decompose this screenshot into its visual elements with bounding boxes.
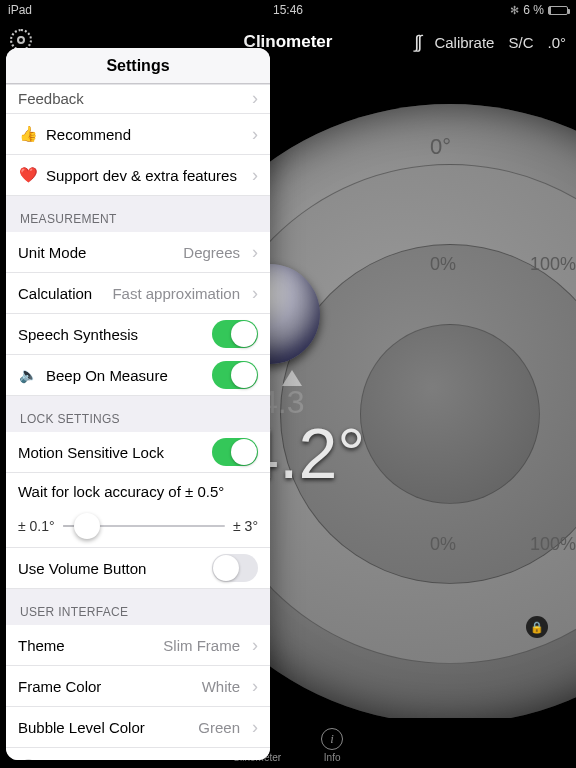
heart-icon: ❤️ [18,166,38,184]
row-frame-color[interactable]: Frame Color White › [6,666,270,707]
thumbs-up-icon: 👍 [18,125,38,143]
bluetooth-icon: ✻ [510,4,519,17]
status-bar: iPad 15:46 ✻ 6 % [0,0,576,20]
accuracy-slider[interactable] [63,525,225,527]
nav-right: ∫∫ Calibrate S/C .0° [415,32,566,53]
row-label: Speech Synthesis [18,326,204,343]
clock: 15:46 [273,3,303,17]
chevron-right-icon: › [252,243,258,261]
row-localization[interactable]: 💬 Localization › [6,748,270,760]
row-value: Green [198,719,240,736]
row-bubble-color[interactable]: Bubble Level Color Green › [6,707,270,748]
row-value: Slim Frame [163,637,240,654]
sc-button[interactable]: S/C [508,34,533,51]
row-calculation[interactable]: Calculation Fast approximation › [6,273,270,314]
pct-0a: 0% [430,534,456,555]
section-ui: USER INTERFACE [6,589,270,625]
row-label: Wait for lock accuracy of ± 0.5° [18,483,224,500]
row-support-dev[interactable]: ❤️ Support dev & extra features › [6,155,270,196]
row-label: Localization [46,760,244,761]
switch-speech[interactable] [212,320,258,348]
row-label: Calculation [18,285,104,302]
chevron-right-icon: › [252,89,258,107]
row-label: Feedback [18,90,244,107]
calibrate-button[interactable]: Calibrate [434,34,494,51]
section-lock: LOCK SETTINGS [6,396,270,432]
row-feedback[interactable]: Feedback › [6,84,270,114]
infinity-icon[interactable]: ∫∫ [415,32,421,53]
switch-beep[interactable] [212,361,258,389]
row-label: Recommend [46,126,244,143]
row-label: Bubble Level Color [18,719,190,736]
chevron-right-icon: › [252,718,258,736]
chevron-right-icon: › [252,166,258,184]
battery-pct: 6 % [523,3,544,17]
row-beep-on-measure[interactable]: 🔈 Beep On Measure [6,355,270,396]
row-speech-synthesis[interactable]: Speech Synthesis [6,314,270,355]
row-motion-lock[interactable]: Motion Sensitive Lock [6,432,270,473]
chevron-right-icon: › [252,677,258,695]
row-unit-mode[interactable]: Unit Mode Degrees › [6,232,270,273]
speech-bubble-icon: 💬 [18,759,38,760]
pct-0b: 0% [430,254,456,275]
tab-label: Info [324,752,341,763]
row-value: Fast approximation [112,285,240,302]
row-label: Use Volume Button [18,560,204,577]
info-tab-icon: i [321,728,343,750]
tab-info[interactable]: i Info [321,728,343,763]
chevron-right-icon: › [252,759,258,760]
chevron-right-icon: › [252,284,258,302]
slider-thumb[interactable] [74,513,100,539]
battery-icon [548,6,568,15]
lock-badge-icon[interactable]: 🔒 [526,616,548,638]
switch-motion-lock[interactable] [212,438,258,466]
row-label: Frame Color [18,678,194,695]
row-volume-button[interactable]: Use Volume Button [6,548,270,589]
speaker-icon: 🔈 [18,366,38,384]
row-label: Unit Mode [18,244,175,261]
row-label: Theme [18,637,155,654]
pct-100b: 100% [530,534,576,555]
switch-volume-button[interactable] [212,554,258,582]
popover-body[interactable]: Feedback › 👍 Recommend › ❤️ Support dev … [6,84,270,760]
status-right: ✻ 6 % [510,3,568,17]
zero-button[interactable]: .0° [547,34,566,51]
row-theme[interactable]: Theme Slim Frame › [6,625,270,666]
row-value: White [202,678,240,695]
row-label: Support dev & extra features [46,167,244,184]
slider-max: ± 3° [233,518,258,534]
row-wait-lock-label: Wait for lock accuracy of ± 0.5° [6,473,270,504]
row-lock-accuracy-slider[interactable]: ± 0.1° ± 3° [6,504,270,548]
popover-title: Settings [6,48,270,84]
device-label: iPad [8,3,32,17]
tick-0: 0° [430,134,451,160]
row-label: Motion Sensitive Lock [18,444,204,461]
settings-popover: Settings Feedback › 👍 Recommend › ❤️ Sup… [6,48,270,760]
pct-100a: 100% [530,254,576,275]
chevron-right-icon: › [252,636,258,654]
chevron-right-icon: › [252,125,258,143]
row-value: Degrees [183,244,240,261]
row-label: Beep On Measure [46,367,204,384]
section-measurement: MEASUREMENT [6,196,270,232]
slider-min: ± 0.1° [18,518,55,534]
row-recommend[interactable]: 👍 Recommend › [6,114,270,155]
